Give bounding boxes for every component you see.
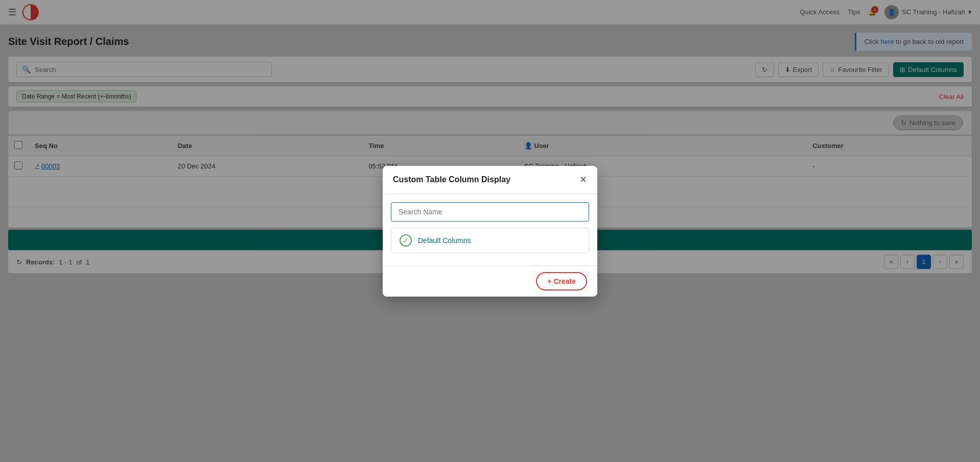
modal-body: ✓ Default Columns: [383, 194, 597, 265]
modal-header: Custom Table Column Display ✕: [383, 166, 597, 194]
modal-title: Custom Table Column Display: [393, 175, 510, 184]
modal-overlay[interactable]: Custom Table Column Display ✕ ✓ Default …: [0, 0, 980, 462]
modal-search-input[interactable]: [391, 202, 589, 222]
modal-footer: + Create: [383, 265, 597, 297]
create-button[interactable]: + Create: [536, 272, 587, 290]
custom-table-column-modal: Custom Table Column Display ✕ ✓ Default …: [383, 166, 597, 297]
modal-close-button[interactable]: ✕: [579, 174, 587, 185]
modal-list-item-default-columns[interactable]: ✓ Default Columns: [391, 228, 589, 253]
check-circle-icon: ✓: [400, 234, 412, 247]
create-label: + Create: [547, 277, 576, 285]
item-label: Default Columns: [418, 236, 471, 245]
